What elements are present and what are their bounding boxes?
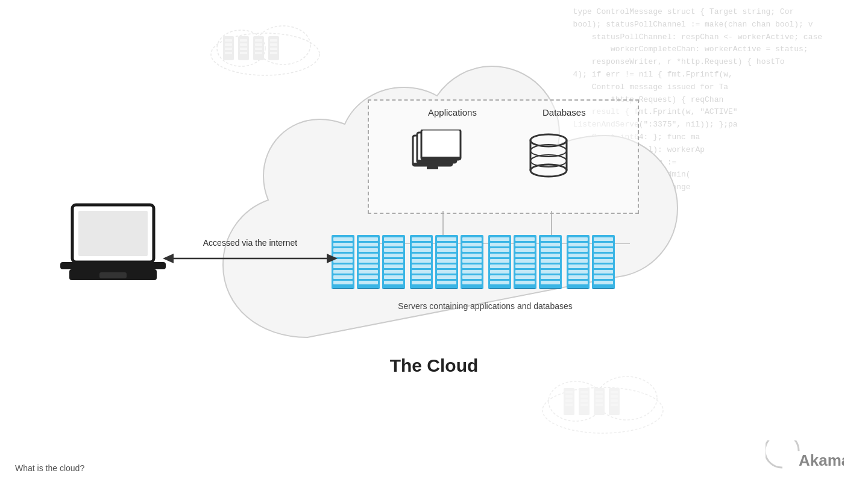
svg-rect-66 <box>565 391 573 393</box>
svg-marker-60 <box>163 254 174 263</box>
arrow-label: Accessed via the internet <box>203 238 297 248</box>
svg-rect-83 <box>611 399 618 402</box>
svg-rect-30 <box>421 157 461 160</box>
svg-rect-14 <box>255 39 262 42</box>
svg-point-64 <box>597 377 657 420</box>
servers-row <box>332 235 639 295</box>
svg-rect-74 <box>580 404 588 406</box>
laptop-icon <box>60 199 166 292</box>
svg-rect-76 <box>596 391 603 393</box>
app-db-box <box>368 99 639 214</box>
svg-rect-73 <box>580 399 588 402</box>
servers-caption: Servers containing applications and data… <box>332 301 639 311</box>
deco-cloud-bottom-right <box>536 365 669 440</box>
svg-rect-20 <box>270 43 277 46</box>
diagram-area: Applications Databases <box>0 0 868 488</box>
svg-rect-19 <box>270 39 277 42</box>
svg-rect-79 <box>596 404 603 406</box>
svg-rect-58 <box>99 272 127 278</box>
svg-rect-5 <box>225 43 232 46</box>
svg-rect-77 <box>596 395 603 398</box>
bottom-left-label: What is the cloud? <box>15 463 84 473</box>
applications-label: Applications <box>428 107 477 117</box>
svg-rect-28 <box>431 163 442 166</box>
svg-rect-84 <box>611 404 618 406</box>
svg-rect-78 <box>596 399 603 402</box>
svg-text:Akamai: Akamai <box>799 451 844 469</box>
databases-label: Databases <box>542 107 586 117</box>
database-icon <box>524 130 585 184</box>
svg-rect-56 <box>60 262 166 269</box>
svg-rect-81 <box>611 391 618 393</box>
svg-rect-69 <box>565 404 573 406</box>
svg-rect-67 <box>565 395 573 398</box>
svg-rect-31 <box>435 160 447 163</box>
svg-rect-10 <box>240 43 247 46</box>
svg-rect-68 <box>565 399 573 402</box>
arrow-container: Accessed via the internet <box>163 238 338 266</box>
svg-marker-61 <box>327 254 338 263</box>
svg-rect-72 <box>580 395 588 398</box>
svg-rect-29 <box>421 130 461 160</box>
svg-rect-15 <box>255 43 262 46</box>
svg-rect-9 <box>240 39 247 42</box>
akamai-logo: Akamai <box>766 440 844 476</box>
applications-icon <box>410 130 470 184</box>
svg-rect-55 <box>78 211 148 256</box>
svg-rect-25 <box>427 166 438 169</box>
svg-rect-4 <box>225 39 232 42</box>
svg-rect-71 <box>580 391 588 393</box>
svg-rect-82 <box>611 395 618 398</box>
